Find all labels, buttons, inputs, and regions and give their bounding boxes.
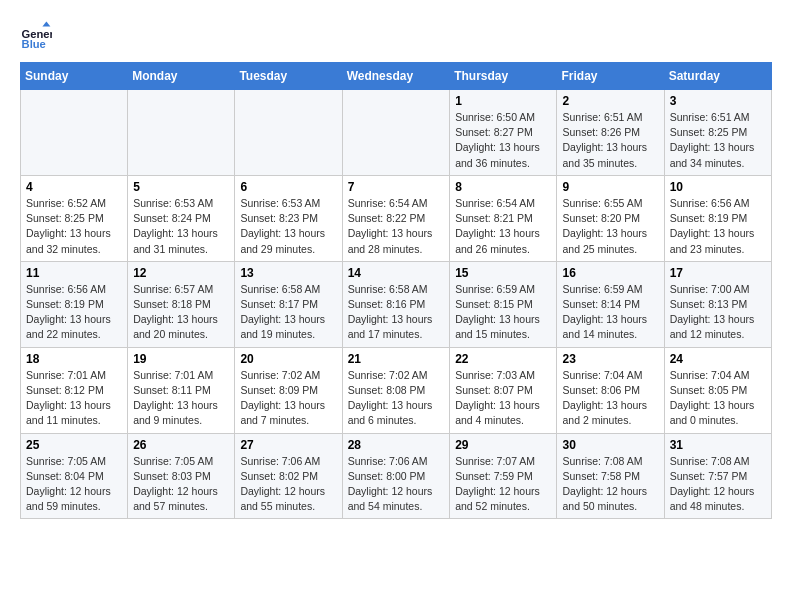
day-info: Sunrise: 6:56 AM Sunset: 8:19 PM Dayligh…	[670, 196, 766, 257]
day-info: Sunrise: 7:03 AM Sunset: 8:07 PM Dayligh…	[455, 368, 551, 429]
page-header: General Blue	[20, 20, 772, 52]
calendar-cell: 4Sunrise: 6:52 AM Sunset: 8:25 PM Daylig…	[21, 175, 128, 261]
logo: General Blue	[20, 20, 52, 52]
day-number: 6	[240, 180, 336, 194]
day-info: Sunrise: 6:52 AM Sunset: 8:25 PM Dayligh…	[26, 196, 122, 257]
day-number: 8	[455, 180, 551, 194]
weekday-header: Monday	[128, 63, 235, 90]
day-number: 12	[133, 266, 229, 280]
day-number: 28	[348, 438, 445, 452]
day-info: Sunrise: 6:56 AM Sunset: 8:19 PM Dayligh…	[26, 282, 122, 343]
day-number: 15	[455, 266, 551, 280]
day-number: 10	[670, 180, 766, 194]
calendar-header: SundayMondayTuesdayWednesdayThursdayFrid…	[21, 63, 772, 90]
day-number: 25	[26, 438, 122, 452]
day-info: Sunrise: 7:06 AM Sunset: 8:00 PM Dayligh…	[348, 454, 445, 515]
day-info: Sunrise: 7:01 AM Sunset: 8:12 PM Dayligh…	[26, 368, 122, 429]
day-number: 26	[133, 438, 229, 452]
day-info: Sunrise: 7:01 AM Sunset: 8:11 PM Dayligh…	[133, 368, 229, 429]
calendar-cell: 31Sunrise: 7:08 AM Sunset: 7:57 PM Dayli…	[664, 433, 771, 519]
day-number: 1	[455, 94, 551, 108]
day-number: 24	[670, 352, 766, 366]
day-number: 14	[348, 266, 445, 280]
day-info: Sunrise: 7:04 AM Sunset: 8:06 PM Dayligh…	[562, 368, 658, 429]
day-number: 13	[240, 266, 336, 280]
day-number: 20	[240, 352, 336, 366]
day-info: Sunrise: 6:51 AM Sunset: 8:26 PM Dayligh…	[562, 110, 658, 171]
day-info: Sunrise: 6:59 AM Sunset: 8:15 PM Dayligh…	[455, 282, 551, 343]
day-info: Sunrise: 7:02 AM Sunset: 8:09 PM Dayligh…	[240, 368, 336, 429]
weekday-header: Wednesday	[342, 63, 450, 90]
day-info: Sunrise: 6:50 AM Sunset: 8:27 PM Dayligh…	[455, 110, 551, 171]
weekday-header: Friday	[557, 63, 664, 90]
calendar-cell: 15Sunrise: 6:59 AM Sunset: 8:15 PM Dayli…	[450, 261, 557, 347]
calendar-cell: 29Sunrise: 7:07 AM Sunset: 7:59 PM Dayli…	[450, 433, 557, 519]
calendar-cell: 9Sunrise: 6:55 AM Sunset: 8:20 PM Daylig…	[557, 175, 664, 261]
day-number: 17	[670, 266, 766, 280]
weekday-header: Saturday	[664, 63, 771, 90]
day-number: 11	[26, 266, 122, 280]
day-info: Sunrise: 6:54 AM Sunset: 8:21 PM Dayligh…	[455, 196, 551, 257]
calendar-cell: 16Sunrise: 6:59 AM Sunset: 8:14 PM Dayli…	[557, 261, 664, 347]
calendar-cell: 18Sunrise: 7:01 AM Sunset: 8:12 PM Dayli…	[21, 347, 128, 433]
calendar-cell: 30Sunrise: 7:08 AM Sunset: 7:58 PM Dayli…	[557, 433, 664, 519]
day-info: Sunrise: 6:59 AM Sunset: 8:14 PM Dayligh…	[562, 282, 658, 343]
calendar-cell: 14Sunrise: 6:58 AM Sunset: 8:16 PM Dayli…	[342, 261, 450, 347]
day-number: 23	[562, 352, 658, 366]
day-number: 22	[455, 352, 551, 366]
svg-text:Blue: Blue	[22, 38, 46, 50]
day-info: Sunrise: 6:57 AM Sunset: 8:18 PM Dayligh…	[133, 282, 229, 343]
calendar-cell: 7Sunrise: 6:54 AM Sunset: 8:22 PM Daylig…	[342, 175, 450, 261]
calendar-cell: 26Sunrise: 7:05 AM Sunset: 8:03 PM Dayli…	[128, 433, 235, 519]
calendar-cell: 11Sunrise: 6:56 AM Sunset: 8:19 PM Dayli…	[21, 261, 128, 347]
day-info: Sunrise: 6:54 AM Sunset: 8:22 PM Dayligh…	[348, 196, 445, 257]
logo-icon: General Blue	[20, 20, 52, 52]
calendar-cell: 1Sunrise: 6:50 AM Sunset: 8:27 PM Daylig…	[450, 90, 557, 176]
day-info: Sunrise: 7:05 AM Sunset: 8:04 PM Dayligh…	[26, 454, 122, 515]
day-info: Sunrise: 7:08 AM Sunset: 7:57 PM Dayligh…	[670, 454, 766, 515]
day-number: 18	[26, 352, 122, 366]
day-info: Sunrise: 7:05 AM Sunset: 8:03 PM Dayligh…	[133, 454, 229, 515]
day-info: Sunrise: 7:06 AM Sunset: 8:02 PM Dayligh…	[240, 454, 336, 515]
day-number: 9	[562, 180, 658, 194]
day-info: Sunrise: 6:53 AM Sunset: 8:24 PM Dayligh…	[133, 196, 229, 257]
calendar-cell	[21, 90, 128, 176]
day-number: 19	[133, 352, 229, 366]
day-number: 16	[562, 266, 658, 280]
day-number: 2	[562, 94, 658, 108]
day-info: Sunrise: 6:51 AM Sunset: 8:25 PM Dayligh…	[670, 110, 766, 171]
weekday-header: Sunday	[21, 63, 128, 90]
day-number: 29	[455, 438, 551, 452]
day-number: 3	[670, 94, 766, 108]
day-info: Sunrise: 6:58 AM Sunset: 8:16 PM Dayligh…	[348, 282, 445, 343]
calendar-cell: 21Sunrise: 7:02 AM Sunset: 8:08 PM Dayli…	[342, 347, 450, 433]
day-info: Sunrise: 7:02 AM Sunset: 8:08 PM Dayligh…	[348, 368, 445, 429]
day-info: Sunrise: 7:04 AM Sunset: 8:05 PM Dayligh…	[670, 368, 766, 429]
calendar-cell: 3Sunrise: 6:51 AM Sunset: 8:25 PM Daylig…	[664, 90, 771, 176]
day-info: Sunrise: 6:53 AM Sunset: 8:23 PM Dayligh…	[240, 196, 336, 257]
day-number: 31	[670, 438, 766, 452]
day-number: 30	[562, 438, 658, 452]
calendar-cell	[128, 90, 235, 176]
calendar-cell: 8Sunrise: 6:54 AM Sunset: 8:21 PM Daylig…	[450, 175, 557, 261]
day-info: Sunrise: 7:08 AM Sunset: 7:58 PM Dayligh…	[562, 454, 658, 515]
calendar-cell: 17Sunrise: 7:00 AM Sunset: 8:13 PM Dayli…	[664, 261, 771, 347]
calendar-cell: 5Sunrise: 6:53 AM Sunset: 8:24 PM Daylig…	[128, 175, 235, 261]
calendar-cell: 25Sunrise: 7:05 AM Sunset: 8:04 PM Dayli…	[21, 433, 128, 519]
calendar-cell: 2Sunrise: 6:51 AM Sunset: 8:26 PM Daylig…	[557, 90, 664, 176]
svg-marker-2	[42, 22, 50, 27]
day-number: 21	[348, 352, 445, 366]
day-number: 5	[133, 180, 229, 194]
day-info: Sunrise: 7:00 AM Sunset: 8:13 PM Dayligh…	[670, 282, 766, 343]
calendar-cell: 13Sunrise: 6:58 AM Sunset: 8:17 PM Dayli…	[235, 261, 342, 347]
calendar-cell: 10Sunrise: 6:56 AM Sunset: 8:19 PM Dayli…	[664, 175, 771, 261]
calendar-cell: 20Sunrise: 7:02 AM Sunset: 8:09 PM Dayli…	[235, 347, 342, 433]
calendar-cell: 22Sunrise: 7:03 AM Sunset: 8:07 PM Dayli…	[450, 347, 557, 433]
calendar-table: SundayMondayTuesdayWednesdayThursdayFrid…	[20, 62, 772, 519]
calendar-cell	[235, 90, 342, 176]
calendar-cell: 28Sunrise: 7:06 AM Sunset: 8:00 PM Dayli…	[342, 433, 450, 519]
day-info: Sunrise: 6:55 AM Sunset: 8:20 PM Dayligh…	[562, 196, 658, 257]
calendar-cell	[342, 90, 450, 176]
calendar-cell: 12Sunrise: 6:57 AM Sunset: 8:18 PM Dayli…	[128, 261, 235, 347]
day-number: 7	[348, 180, 445, 194]
